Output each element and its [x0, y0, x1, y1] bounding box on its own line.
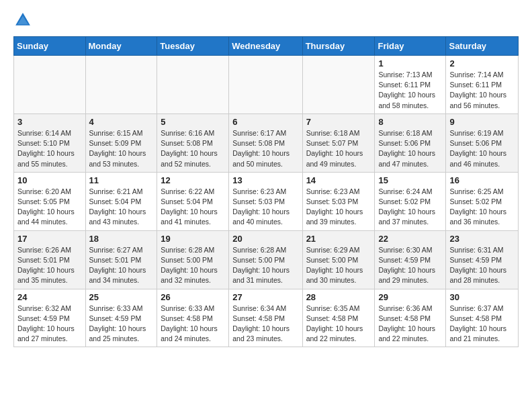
calendar-cell: 18Sunrise: 6:27 AMSunset: 5:01 PMDayligh…	[85, 230, 157, 289]
calendar-cell: 9Sunrise: 6:19 AMSunset: 5:06 PMDaylight…	[446, 113, 519, 172]
day-info: Sunrise: 6:28 AMSunset: 5:00 PMDaylight:…	[232, 245, 298, 286]
day-number: 25	[89, 292, 154, 302]
weekday-header: Sunday	[14, 37, 86, 56]
calendar-cell: 16Sunrise: 6:25 AMSunset: 5:02 PMDayligh…	[446, 172, 519, 230]
calendar-cell: 11Sunrise: 6:21 AMSunset: 5:04 PMDayligh…	[85, 172, 157, 230]
day-info: Sunrise: 6:15 AMSunset: 5:09 PMDaylight:…	[89, 128, 154, 169]
weekday-header: Saturday	[446, 37, 519, 56]
day-number: 11	[89, 175, 154, 185]
day-info: Sunrise: 6:26 AMSunset: 5:01 PMDaylight:…	[17, 245, 82, 286]
day-info: Sunrise: 6:30 AMSunset: 4:59 PMDaylight:…	[378, 245, 442, 286]
day-number: 5	[161, 117, 225, 127]
day-number: 22	[378, 234, 442, 244]
day-info: Sunrise: 6:20 AMSunset: 5:05 PMDaylight:…	[17, 187, 82, 228]
calendar-cell: 8Sunrise: 6:18 AMSunset: 5:06 PMDaylight…	[375, 113, 446, 172]
day-number: 10	[17, 175, 82, 185]
calendar-week-row: 17Sunrise: 6:26 AMSunset: 5:01 PMDayligh…	[14, 230, 519, 289]
calendar-cell: 4Sunrise: 6:15 AMSunset: 5:09 PMDaylight…	[85, 113, 157, 172]
calendar-cell	[157, 56, 229, 114]
day-info: Sunrise: 6:28 AMSunset: 5:00 PMDaylight:…	[161, 245, 225, 286]
day-number: 29	[378, 292, 442, 302]
calendar-cell: 1Sunrise: 7:13 AMSunset: 6:11 PMDaylight…	[375, 56, 446, 114]
calendar-cell: 23Sunrise: 6:31 AMSunset: 4:59 PMDayligh…	[446, 230, 519, 289]
day-info: Sunrise: 6:31 AMSunset: 4:59 PMDaylight:…	[449, 245, 515, 286]
day-number: 8	[378, 117, 442, 127]
calendar-cell: 5Sunrise: 6:16 AMSunset: 5:08 PMDaylight…	[157, 113, 229, 172]
day-info: Sunrise: 6:14 AMSunset: 5:10 PMDaylight:…	[17, 128, 82, 169]
calendar-week-row: 1Sunrise: 7:13 AMSunset: 6:11 PMDaylight…	[14, 56, 519, 114]
calendar-cell: 17Sunrise: 6:26 AMSunset: 5:01 PMDayligh…	[14, 230, 86, 289]
day-info: Sunrise: 7:13 AMSunset: 6:11 PMDaylight:…	[378, 70, 442, 111]
day-number: 6	[232, 117, 298, 127]
day-info: Sunrise: 6:27 AMSunset: 5:01 PMDaylight:…	[89, 245, 154, 286]
calendar-cell: 2Sunrise: 7:14 AMSunset: 6:11 PMDaylight…	[446, 56, 519, 114]
calendar-cell: 6Sunrise: 6:17 AMSunset: 5:08 PMDaylight…	[229, 113, 302, 172]
day-info: Sunrise: 6:21 AMSunset: 5:04 PMDaylight:…	[89, 187, 154, 228]
day-number: 23	[449, 234, 515, 244]
calendar-cell: 7Sunrise: 6:18 AMSunset: 5:07 PMDaylight…	[302, 113, 375, 172]
calendar-cell: 29Sunrise: 6:36 AMSunset: 4:58 PMDayligh…	[375, 289, 446, 347]
calendar-cell: 28Sunrise: 6:35 AMSunset: 4:58 PMDayligh…	[302, 289, 375, 347]
day-info: Sunrise: 6:32 AMSunset: 4:59 PMDaylight:…	[17, 304, 82, 345]
calendar-cell: 19Sunrise: 6:28 AMSunset: 5:00 PMDayligh…	[157, 230, 229, 289]
calendar-body: 1Sunrise: 7:13 AMSunset: 6:11 PMDaylight…	[14, 56, 519, 347]
day-info: Sunrise: 6:18 AMSunset: 5:06 PMDaylight:…	[378, 128, 442, 169]
day-info: Sunrise: 6:25 AMSunset: 5:02 PMDaylight:…	[449, 187, 515, 228]
day-number: 14	[306, 175, 371, 185]
day-number: 17	[17, 234, 82, 244]
day-number: 16	[449, 175, 515, 185]
calendar-cell: 26Sunrise: 6:33 AMSunset: 4:58 PMDayligh…	[157, 289, 229, 347]
day-number: 19	[161, 234, 225, 244]
day-number: 3	[17, 117, 82, 127]
calendar-cell: 27Sunrise: 6:34 AMSunset: 4:58 PMDayligh…	[229, 289, 302, 347]
calendar-cell: 22Sunrise: 6:30 AMSunset: 4:59 PMDayligh…	[375, 230, 446, 289]
calendar-cell: 13Sunrise: 6:23 AMSunset: 5:03 PMDayligh…	[229, 172, 302, 230]
day-number: 18	[89, 234, 154, 244]
day-info: Sunrise: 6:29 AMSunset: 5:00 PMDaylight:…	[306, 245, 371, 286]
day-number: 1	[378, 58, 442, 68]
calendar-cell: 3Sunrise: 6:14 AMSunset: 5:10 PMDaylight…	[14, 113, 86, 172]
calendar-cell	[14, 56, 86, 114]
day-number: 9	[449, 117, 515, 127]
calendar-week-row: 24Sunrise: 6:32 AMSunset: 4:59 PMDayligh…	[14, 289, 519, 347]
weekday-row: SundayMondayTuesdayWednesdayThursdayFrid…	[14, 37, 519, 56]
day-info: Sunrise: 6:35 AMSunset: 4:58 PMDaylight:…	[306, 304, 371, 345]
calendar-week-row: 10Sunrise: 6:20 AMSunset: 5:05 PMDayligh…	[14, 172, 519, 230]
day-info: Sunrise: 6:17 AMSunset: 5:08 PMDaylight:…	[232, 128, 298, 169]
calendar-cell	[229, 56, 302, 114]
calendar-week-row: 3Sunrise: 6:14 AMSunset: 5:10 PMDaylight…	[14, 113, 519, 172]
day-info: Sunrise: 6:22 AMSunset: 5:04 PMDaylight:…	[161, 187, 225, 228]
day-number: 27	[232, 292, 298, 302]
day-number: 28	[306, 292, 371, 302]
day-info: Sunrise: 6:19 AMSunset: 5:06 PMDaylight:…	[449, 128, 515, 169]
weekday-header: Tuesday	[157, 37, 229, 56]
day-info: Sunrise: 7:14 AMSunset: 6:11 PMDaylight:…	[449, 70, 515, 111]
page: SundayMondayTuesdayWednesdayThursdayFrid…	[0, 0, 532, 358]
calendar-cell: 15Sunrise: 6:24 AMSunset: 5:02 PMDayligh…	[375, 172, 446, 230]
day-info: Sunrise: 6:33 AMSunset: 4:58 PMDaylight:…	[161, 304, 225, 345]
day-number: 4	[89, 117, 154, 127]
day-info: Sunrise: 6:18 AMSunset: 5:07 PMDaylight:…	[306, 128, 371, 169]
logo	[13, 11, 35, 30]
calendar-cell: 30Sunrise: 6:37 AMSunset: 4:58 PMDayligh…	[446, 289, 519, 347]
day-info: Sunrise: 6:24 AMSunset: 5:02 PMDaylight:…	[378, 187, 442, 228]
calendar-cell: 12Sunrise: 6:22 AMSunset: 5:04 PMDayligh…	[157, 172, 229, 230]
day-info: Sunrise: 6:37 AMSunset: 4:58 PMDaylight:…	[449, 304, 515, 345]
day-info: Sunrise: 6:23 AMSunset: 5:03 PMDaylight:…	[232, 187, 298, 228]
day-number: 21	[306, 234, 371, 244]
weekday-header: Friday	[375, 37, 446, 56]
day-number: 12	[161, 175, 225, 185]
day-info: Sunrise: 6:33 AMSunset: 4:59 PMDaylight:…	[89, 304, 154, 345]
weekday-header: Monday	[85, 37, 157, 56]
header	[13, 11, 519, 30]
day-number: 13	[232, 175, 298, 185]
calendar-cell: 21Sunrise: 6:29 AMSunset: 5:00 PMDayligh…	[302, 230, 375, 289]
day-info: Sunrise: 6:36 AMSunset: 4:58 PMDaylight:…	[378, 304, 442, 345]
day-number: 30	[449, 292, 515, 302]
calendar-cell: 14Sunrise: 6:23 AMSunset: 5:03 PMDayligh…	[302, 172, 375, 230]
calendar-cell: 10Sunrise: 6:20 AMSunset: 5:05 PMDayligh…	[14, 172, 86, 230]
day-number: 2	[449, 58, 515, 68]
day-number: 24	[17, 292, 82, 302]
day-info: Sunrise: 6:16 AMSunset: 5:08 PMDaylight:…	[161, 128, 225, 169]
day-info: Sunrise: 6:34 AMSunset: 4:58 PMDaylight:…	[232, 304, 298, 345]
